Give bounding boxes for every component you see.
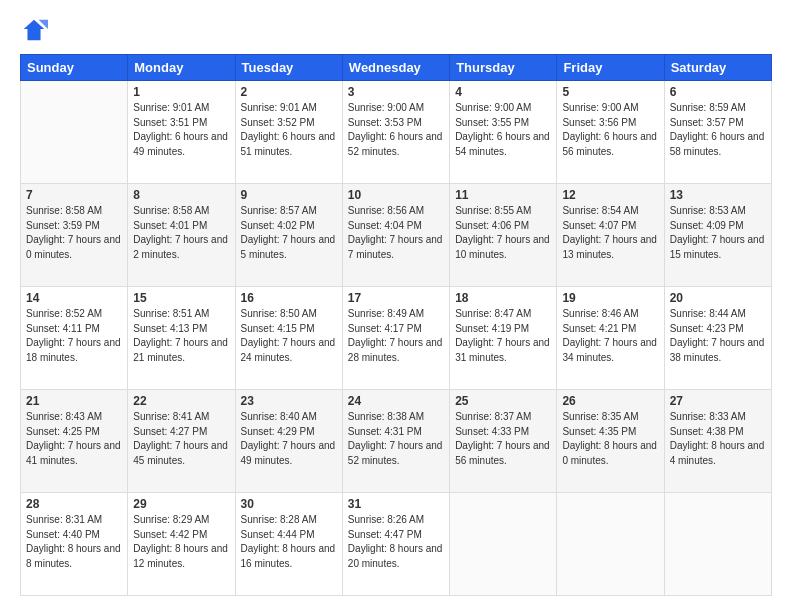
weekday-header-sunday: Sunday — [21, 55, 128, 81]
page: SundayMondayTuesdayWednesdayThursdayFrid… — [0, 0, 792, 612]
day-number: 29 — [133, 497, 229, 511]
day-number: 12 — [562, 188, 658, 202]
week-row-5: 28Sunrise: 8:31 AMSunset: 4:40 PMDayligh… — [21, 493, 772, 596]
calendar-cell: 16Sunrise: 8:50 AMSunset: 4:15 PMDayligh… — [235, 287, 342, 390]
day-number: 24 — [348, 394, 444, 408]
calendar-cell: 20Sunrise: 8:44 AMSunset: 4:23 PMDayligh… — [664, 287, 771, 390]
calendar-cell: 2Sunrise: 9:01 AMSunset: 3:52 PMDaylight… — [235, 81, 342, 184]
calendar-cell — [557, 493, 664, 596]
calendar-cell: 12Sunrise: 8:54 AMSunset: 4:07 PMDayligh… — [557, 184, 664, 287]
calendar-cell: 8Sunrise: 8:58 AMSunset: 4:01 PMDaylight… — [128, 184, 235, 287]
svg-marker-0 — [24, 20, 45, 41]
cell-details: Sunrise: 9:00 AMSunset: 3:56 PMDaylight:… — [562, 101, 658, 159]
week-row-1: 1Sunrise: 9:01 AMSunset: 3:51 PMDaylight… — [21, 81, 772, 184]
calendar-cell: 26Sunrise: 8:35 AMSunset: 4:35 PMDayligh… — [557, 390, 664, 493]
day-number: 27 — [670, 394, 766, 408]
calendar-cell: 14Sunrise: 8:52 AMSunset: 4:11 PMDayligh… — [21, 287, 128, 390]
day-number: 10 — [348, 188, 444, 202]
cell-details: Sunrise: 8:56 AMSunset: 4:04 PMDaylight:… — [348, 204, 444, 262]
weekday-header-monday: Monday — [128, 55, 235, 81]
calendar-cell: 4Sunrise: 9:00 AMSunset: 3:55 PMDaylight… — [450, 81, 557, 184]
weekday-header-thursday: Thursday — [450, 55, 557, 81]
day-number: 23 — [241, 394, 337, 408]
calendar-cell: 31Sunrise: 8:26 AMSunset: 4:47 PMDayligh… — [342, 493, 449, 596]
day-number: 3 — [348, 85, 444, 99]
week-row-3: 14Sunrise: 8:52 AMSunset: 4:11 PMDayligh… — [21, 287, 772, 390]
logo-icon — [20, 16, 48, 44]
cell-details: Sunrise: 8:29 AMSunset: 4:42 PMDaylight:… — [133, 513, 229, 571]
day-number: 19 — [562, 291, 658, 305]
calendar-cell: 28Sunrise: 8:31 AMSunset: 4:40 PMDayligh… — [21, 493, 128, 596]
calendar-cell — [450, 493, 557, 596]
calendar-cell: 27Sunrise: 8:33 AMSunset: 4:38 PMDayligh… — [664, 390, 771, 493]
cell-details: Sunrise: 8:47 AMSunset: 4:19 PMDaylight:… — [455, 307, 551, 365]
calendar-cell: 21Sunrise: 8:43 AMSunset: 4:25 PMDayligh… — [21, 390, 128, 493]
cell-details: Sunrise: 8:41 AMSunset: 4:27 PMDaylight:… — [133, 410, 229, 468]
day-number: 21 — [26, 394, 122, 408]
day-number: 9 — [241, 188, 337, 202]
calendar-cell: 19Sunrise: 8:46 AMSunset: 4:21 PMDayligh… — [557, 287, 664, 390]
cell-details: Sunrise: 8:35 AMSunset: 4:35 PMDaylight:… — [562, 410, 658, 468]
calendar-cell: 25Sunrise: 8:37 AMSunset: 4:33 PMDayligh… — [450, 390, 557, 493]
day-number: 16 — [241, 291, 337, 305]
day-number: 2 — [241, 85, 337, 99]
cell-details: Sunrise: 8:57 AMSunset: 4:02 PMDaylight:… — [241, 204, 337, 262]
cell-details: Sunrise: 9:00 AMSunset: 3:53 PMDaylight:… — [348, 101, 444, 159]
cell-details: Sunrise: 8:54 AMSunset: 4:07 PMDaylight:… — [562, 204, 658, 262]
cell-details: Sunrise: 8:51 AMSunset: 4:13 PMDaylight:… — [133, 307, 229, 365]
cell-details: Sunrise: 8:43 AMSunset: 4:25 PMDaylight:… — [26, 410, 122, 468]
day-number: 15 — [133, 291, 229, 305]
cell-details: Sunrise: 8:37 AMSunset: 4:33 PMDaylight:… — [455, 410, 551, 468]
cell-details: Sunrise: 9:01 AMSunset: 3:52 PMDaylight:… — [241, 101, 337, 159]
weekday-header-friday: Friday — [557, 55, 664, 81]
calendar-cell: 17Sunrise: 8:49 AMSunset: 4:17 PMDayligh… — [342, 287, 449, 390]
calendar-cell: 29Sunrise: 8:29 AMSunset: 4:42 PMDayligh… — [128, 493, 235, 596]
calendar-cell: 10Sunrise: 8:56 AMSunset: 4:04 PMDayligh… — [342, 184, 449, 287]
cell-details: Sunrise: 9:01 AMSunset: 3:51 PMDaylight:… — [133, 101, 229, 159]
calendar-cell: 13Sunrise: 8:53 AMSunset: 4:09 PMDayligh… — [664, 184, 771, 287]
calendar-cell: 18Sunrise: 8:47 AMSunset: 4:19 PMDayligh… — [450, 287, 557, 390]
cell-details: Sunrise: 8:38 AMSunset: 4:31 PMDaylight:… — [348, 410, 444, 468]
cell-details: Sunrise: 8:40 AMSunset: 4:29 PMDaylight:… — [241, 410, 337, 468]
header — [20, 16, 772, 44]
calendar-cell: 24Sunrise: 8:38 AMSunset: 4:31 PMDayligh… — [342, 390, 449, 493]
calendar-cell: 5Sunrise: 9:00 AMSunset: 3:56 PMDaylight… — [557, 81, 664, 184]
cell-details: Sunrise: 8:59 AMSunset: 3:57 PMDaylight:… — [670, 101, 766, 159]
cell-details: Sunrise: 8:44 AMSunset: 4:23 PMDaylight:… — [670, 307, 766, 365]
cell-details: Sunrise: 8:31 AMSunset: 4:40 PMDaylight:… — [26, 513, 122, 571]
week-row-4: 21Sunrise: 8:43 AMSunset: 4:25 PMDayligh… — [21, 390, 772, 493]
weekday-header-row: SundayMondayTuesdayWednesdayThursdayFrid… — [21, 55, 772, 81]
calendar-cell: 3Sunrise: 9:00 AMSunset: 3:53 PMDaylight… — [342, 81, 449, 184]
cell-details: Sunrise: 8:58 AMSunset: 4:01 PMDaylight:… — [133, 204, 229, 262]
calendar-cell: 23Sunrise: 8:40 AMSunset: 4:29 PMDayligh… — [235, 390, 342, 493]
day-number: 20 — [670, 291, 766, 305]
cell-details: Sunrise: 8:53 AMSunset: 4:09 PMDaylight:… — [670, 204, 766, 262]
calendar-cell: 30Sunrise: 8:28 AMSunset: 4:44 PMDayligh… — [235, 493, 342, 596]
cell-details: Sunrise: 9:00 AMSunset: 3:55 PMDaylight:… — [455, 101, 551, 159]
day-number: 14 — [26, 291, 122, 305]
day-number: 26 — [562, 394, 658, 408]
day-number: 18 — [455, 291, 551, 305]
cell-details: Sunrise: 8:55 AMSunset: 4:06 PMDaylight:… — [455, 204, 551, 262]
calendar-cell: 6Sunrise: 8:59 AMSunset: 3:57 PMDaylight… — [664, 81, 771, 184]
calendar-cell: 1Sunrise: 9:01 AMSunset: 3:51 PMDaylight… — [128, 81, 235, 184]
day-number: 5 — [562, 85, 658, 99]
calendar-cell: 11Sunrise: 8:55 AMSunset: 4:06 PMDayligh… — [450, 184, 557, 287]
cell-details: Sunrise: 8:52 AMSunset: 4:11 PMDaylight:… — [26, 307, 122, 365]
weekday-header-saturday: Saturday — [664, 55, 771, 81]
day-number: 7 — [26, 188, 122, 202]
calendar-table: SundayMondayTuesdayWednesdayThursdayFrid… — [20, 54, 772, 596]
cell-details: Sunrise: 8:50 AMSunset: 4:15 PMDaylight:… — [241, 307, 337, 365]
calendar-cell — [21, 81, 128, 184]
cell-details: Sunrise: 8:46 AMSunset: 4:21 PMDaylight:… — [562, 307, 658, 365]
day-number: 8 — [133, 188, 229, 202]
cell-details: Sunrise: 8:49 AMSunset: 4:17 PMDaylight:… — [348, 307, 444, 365]
cell-details: Sunrise: 8:58 AMSunset: 3:59 PMDaylight:… — [26, 204, 122, 262]
day-number: 11 — [455, 188, 551, 202]
day-number: 31 — [348, 497, 444, 511]
day-number: 6 — [670, 85, 766, 99]
cell-details: Sunrise: 8:26 AMSunset: 4:47 PMDaylight:… — [348, 513, 444, 571]
day-number: 22 — [133, 394, 229, 408]
calendar-cell — [664, 493, 771, 596]
day-number: 30 — [241, 497, 337, 511]
